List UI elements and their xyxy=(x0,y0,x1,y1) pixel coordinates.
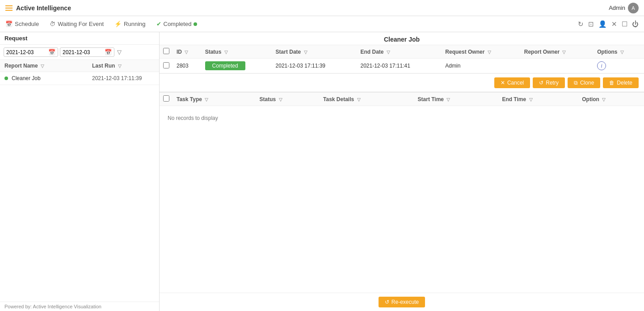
job-end-date-cell: 2021-12-03 17:11:41 xyxy=(357,59,442,73)
calendar-icon: 📅 xyxy=(5,21,13,27)
job-id-header: ID ▽ xyxy=(173,45,202,59)
date-to-input-wrap[interactable]: 📅 xyxy=(60,47,114,57)
admin-label: Admin xyxy=(609,4,625,11)
job-options-header: Options ▽ xyxy=(593,45,644,59)
clock-icon: ⏱ xyxy=(50,21,55,27)
running-icon: ⚡ xyxy=(114,21,122,27)
job-req-owner-cell: Admin xyxy=(442,59,520,73)
job-status-header: Status ▽ xyxy=(202,45,272,59)
job-select-all-checkbox[interactable] xyxy=(163,48,169,54)
subnav-completed[interactable]: ✔ Completed xyxy=(156,21,198,27)
task-start-time-header: Start Time ▽ xyxy=(414,93,499,106)
job-rep-owner-header: Report Owner ▽ xyxy=(521,45,593,59)
task-type-header: Task Type ▽ xyxy=(173,93,256,106)
sub-navbar: 📅 Schedule ⏱ Waiting For Event ⚡ Running… xyxy=(0,16,644,32)
job-id-filter-icon[interactable]: ▽ xyxy=(185,50,188,55)
app-title: Active Intelligence xyxy=(16,4,71,12)
left-panel: Request 📅 📅 ▽ Report Name ▽ Last Run ▽ xyxy=(0,32,160,311)
avatar: A xyxy=(628,3,639,13)
task-checkbox-col xyxy=(160,93,173,106)
action-bar: ✕ Cancel ↺ Retry ⧉ Clone 🗑 Delete xyxy=(160,73,644,92)
no-records-row: No records to display xyxy=(160,106,644,131)
refresh-icon[interactable]: ↻ xyxy=(578,20,584,28)
task-details-filter-icon[interactable]: ▽ xyxy=(357,97,361,102)
date-from-input[interactable] xyxy=(6,49,46,55)
footer-text: Powered by: Active Intelligence Visualiz… xyxy=(0,302,159,311)
cleaner-job-title: Cleaner Job xyxy=(160,32,644,45)
subnav-schedule[interactable]: 📅 Schedule xyxy=(5,21,39,27)
last-run-cell: 2021-12-03 17:11:39 xyxy=(92,75,155,81)
power-icon[interactable]: ⏻ xyxy=(632,20,639,28)
right-panel: Cleaner Job ID ▽ Status ▽ xyxy=(160,32,644,311)
job-options-cell: i xyxy=(593,59,644,73)
job-status-cell: Completed xyxy=(202,59,272,73)
job-end-date-header: End Date ▽ xyxy=(357,45,442,59)
job-rep-owner-cell xyxy=(521,59,593,73)
job-start-filter-icon[interactable]: ▽ xyxy=(304,50,307,55)
reexecute-icon: ↺ xyxy=(385,299,389,305)
retry-button[interactable]: ↺ Retry xyxy=(533,77,565,88)
task-type-filter-icon[interactable]: ▽ xyxy=(205,97,208,102)
report-status-dot xyxy=(4,77,8,80)
calendar-to-icon: 📅 xyxy=(105,49,112,55)
user-icon[interactable]: 👤 xyxy=(598,20,607,28)
job-table-row: 2803 Completed 2021-12-03 17:11:39 2021-… xyxy=(160,59,644,73)
task-status-filter-icon[interactable]: ▽ xyxy=(279,97,282,102)
cancel-button[interactable]: ✕ Cancel xyxy=(494,77,530,88)
last-run-header: Last Run ▽ xyxy=(92,63,155,69)
job-table: ID ▽ Status ▽ Start Date ▽ End Date xyxy=(160,45,644,73)
last-run-filter-icon[interactable]: ▽ xyxy=(118,64,122,68)
job-req-owner-header: Request Owner ▽ xyxy=(442,45,520,59)
job-req-owner-filter-icon[interactable]: ▽ xyxy=(488,50,491,55)
cleaner-job-section: Cleaner Job ID ▽ Status ▽ xyxy=(160,32,644,92)
job-row-checkbox[interactable] xyxy=(163,62,169,68)
box-icon[interactable]: ☐ xyxy=(622,20,627,28)
calendar-from-icon: 📅 xyxy=(48,49,55,55)
reexecute-bar: ↺ Re-execute xyxy=(160,293,644,311)
report-row[interactable]: Cleaner Job 2021-12-03 17:11:39 xyxy=(0,72,159,85)
report-name-filter-icon[interactable]: ▽ xyxy=(41,64,44,68)
clone-button[interactable]: ⧉ Clone xyxy=(568,77,600,88)
info-icon-btn[interactable]: i xyxy=(597,61,606,70)
task-table-header-row: Task Type ▽ Status ▽ Task Details ▽ xyxy=(160,93,644,106)
job-row-checkbox-cell xyxy=(160,59,173,73)
check-icon: ✔ xyxy=(156,21,161,27)
report-name-cell: Cleaner Job xyxy=(12,75,92,81)
job-status-filter-icon[interactable]: ▽ xyxy=(224,50,228,55)
clone-icon: ⧉ xyxy=(574,80,578,86)
job-start-date-cell: 2021-12-03 17:11:39 xyxy=(272,59,357,73)
retry-icon: ↺ xyxy=(539,80,543,86)
display-icon[interactable]: ⊡ xyxy=(588,20,594,28)
date-from-input-wrap[interactable]: 📅 xyxy=(4,47,58,57)
delete-button[interactable]: 🗑 Delete xyxy=(603,77,639,88)
completed-badge: Completed xyxy=(205,61,245,70)
report-name-header: Report Name ▽ xyxy=(4,63,92,69)
subnav-running[interactable]: ⚡ Running xyxy=(114,21,145,27)
no-records-text: No records to display xyxy=(163,109,640,128)
job-rep-owner-filter-icon[interactable]: ▽ xyxy=(562,50,566,55)
task-end-filter-icon[interactable]: ▽ xyxy=(529,97,533,102)
subnav-waiting[interactable]: ⏱ Waiting For Event xyxy=(50,21,104,27)
task-start-filter-icon[interactable]: ▽ xyxy=(446,97,450,102)
job-table-header-row: ID ▽ Status ▽ Start Date ▽ End Date xyxy=(160,45,644,59)
task-option-header: Option ▽ xyxy=(578,93,644,106)
date-to-input[interactable] xyxy=(63,49,103,55)
task-select-all-checkbox[interactable] xyxy=(163,95,169,102)
job-options-filter-icon[interactable]: ▽ xyxy=(620,50,624,55)
x-icon: ✕ xyxy=(501,80,505,86)
section-header: Request xyxy=(0,32,159,45)
date-filter-row: 📅 📅 ▽ xyxy=(0,45,159,60)
filter-icon[interactable]: ▽ xyxy=(117,49,122,55)
reexecute-button[interactable]: ↺ Re-execute xyxy=(379,297,425,307)
task-table-wrap: Task Type ▽ Status ▽ Task Details ▽ xyxy=(160,92,644,293)
job-end-filter-icon[interactable]: ▽ xyxy=(387,50,390,55)
hamburger-menu[interactable] xyxy=(5,5,13,11)
close-icon[interactable]: ✕ xyxy=(611,20,617,28)
job-id-cell: 2803 xyxy=(173,59,202,73)
trash-icon: 🗑 xyxy=(609,80,615,86)
task-option-filter-icon[interactable]: ▽ xyxy=(602,97,606,102)
top-navbar: Active Intelligence Admin A xyxy=(0,0,644,16)
task-table: Task Type ▽ Status ▽ Task Details ▽ xyxy=(160,92,644,130)
task-details-header: Task Details ▽ xyxy=(320,93,414,106)
job-checkbox-col xyxy=(160,45,173,59)
